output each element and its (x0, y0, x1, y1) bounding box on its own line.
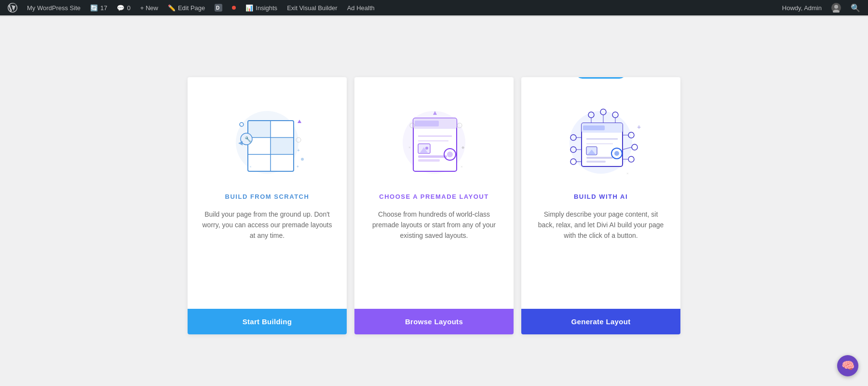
svg-rect-50 (586, 161, 606, 163)
card-desc-scratch: Build your page from the ground up. Don'… (202, 209, 332, 241)
svg-text:◆: ◆ (461, 145, 465, 150)
ai-brain-button[interactable]: 🧠 (837, 355, 858, 376)
svg-rect-44 (583, 125, 605, 130)
svg-point-34 (447, 152, 453, 157)
svg-point-55 (570, 159, 576, 165)
svg-text:+: + (297, 148, 300, 153)
cards-wrapper: 🔧 + ◀ ✦ × BUILD FROM SCRATCH Build your … (184, 77, 684, 334)
ad-health-link[interactable]: Ad Health (343, 0, 379, 15)
wordpress-logo[interactable] (4, 0, 21, 15)
card-desc-layout: Choose from hundreds of world-class prem… (369, 209, 499, 241)
updates-link[interactable]: 🔄 17 (86, 0, 111, 15)
svg-point-52 (614, 151, 619, 156)
exit-visual-builder-button[interactable]: Exit Visual Builder (283, 0, 341, 15)
svg-text:×: × (408, 145, 411, 150)
divi-logo[interactable]: D (211, 0, 226, 15)
svg-rect-31 (418, 155, 447, 158)
admin-bar: My WordPress Site 🔄 17 💬 0 + New ✏️ Edit… (0, 0, 868, 15)
insights-link[interactable]: 📊 Insights (242, 0, 281, 15)
red-dot-indicator (228, 0, 240, 15)
svg-text:×: × (461, 165, 463, 169)
svg-text:+: + (637, 123, 641, 131)
generate-layout-button[interactable]: Generate Layout (521, 309, 680, 334)
card-desc-ai: Simply describe your page content, sit b… (536, 209, 666, 241)
brand-new-badge: Brand New (576, 77, 626, 79)
svg-point-61 (628, 156, 634, 162)
svg-point-17 (301, 158, 304, 161)
layout-illustration: × ◆ × (388, 96, 480, 179)
svg-rect-11 (271, 138, 293, 154)
card-body-layout: × ◆ × CHOOSE A PREMADE LAYOUT Choose fro… (354, 77, 514, 309)
build-with-ai-card: Brand New (521, 77, 680, 334)
edit-page-button[interactable]: ✏️ Edit Page (164, 0, 209, 15)
scratch-illustration: 🔧 + ◀ ✦ × (221, 96, 313, 179)
svg-point-30 (425, 147, 428, 150)
svg-rect-49 (586, 157, 613, 159)
card-title-ai: BUILD WITH AI (574, 193, 628, 200)
svg-point-3 (834, 5, 838, 9)
comments-link[interactable]: 💬 0 (113, 0, 134, 15)
svg-text:×: × (626, 171, 629, 176)
svg-rect-10 (248, 121, 270, 137)
svg-text:×: × (249, 165, 252, 169)
card-title-scratch: BUILD FROM SCRATCH (225, 193, 310, 200)
browse-layouts-button[interactable]: Browse Layouts (354, 309, 514, 334)
card-body-ai: + × BUILD WITH AI Simply describe your p… (521, 77, 680, 309)
user-greeting[interactable]: Howdy, Admin (778, 0, 826, 15)
svg-rect-25 (415, 121, 439, 126)
svg-marker-15 (298, 120, 301, 123)
svg-rect-32 (418, 159, 440, 162)
svg-text:D: D (216, 5, 219, 11)
ai-illustration: + × (555, 96, 647, 179)
svg-point-60 (632, 144, 637, 150)
search-button[interactable]: 🔍 (847, 0, 864, 15)
card-title-layout: CHOOSE A PREMADE LAYOUT (379, 193, 488, 200)
svg-text:◀: ◀ (238, 139, 243, 146)
start-building-button[interactable]: Start Building (188, 309, 347, 334)
site-name[interactable]: My WordPress Site (23, 0, 84, 15)
build-from-scratch-card: 🔧 + ◀ ✦ × BUILD FROM SCRATCH Build your … (188, 77, 347, 334)
svg-text:✦: ✦ (296, 165, 299, 169)
main-content: 🔧 + ◀ ✦ × BUILD FROM SCRATCH Build your … (0, 15, 868, 386)
choose-layout-card: × ◆ × CHOOSE A PREMADE LAYOUT Choose fro… (354, 77, 514, 334)
avatar[interactable] (827, 0, 845, 15)
top-divider (0, 15, 868, 17)
svg-text:🔧: 🔧 (244, 136, 252, 143)
card-body-scratch: 🔧 + ◀ ✦ × BUILD FROM SCRATCH Build your … (188, 77, 347, 309)
new-content-button[interactable]: + New (136, 0, 162, 15)
